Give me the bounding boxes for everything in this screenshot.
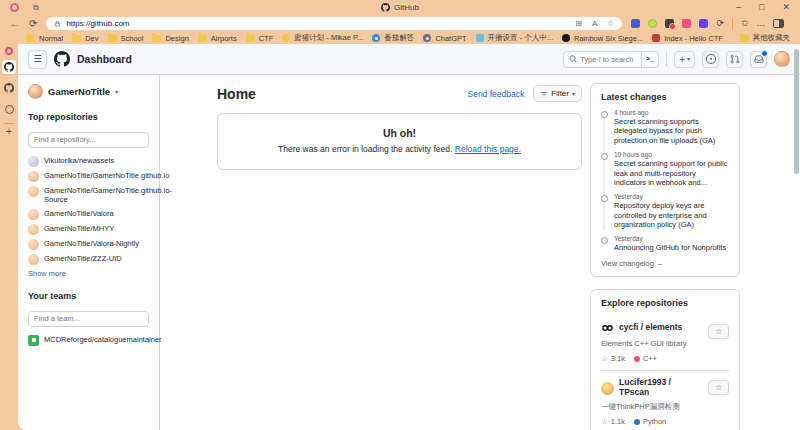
repo-link[interactable]: GamerNoTitle/Valora-Nightly <box>28 239 149 250</box>
bookmark-folder[interactable]: School <box>108 34 144 43</box>
split-screen-icon[interactable]: ⊞ <box>575 19 582 28</box>
folder-icon <box>26 35 35 42</box>
page-scrollbar[interactable] <box>794 49 799 174</box>
user-context-switcher[interactable]: GamerNoTitle ▾ <box>28 84 149 99</box>
extension-icon[interactable] <box>665 19 674 28</box>
repo-link[interactable]: GamerNoTitle/ZZZ-UID <box>28 254 149 265</box>
history-icon[interactable]: ⟳ <box>716 19 724 28</box>
address-bar[interactable]: https://github.com ⊞ A ☆ <box>46 17 622 30</box>
chevron-down-icon: ▾ <box>115 89 118 95</box>
issues-button[interactable] <box>702 51 719 68</box>
bookmark-folder[interactable]: Normal <box>26 34 63 43</box>
folder-icon <box>152 35 161 42</box>
favorite-star-icon[interactable]: ☆ <box>607 19 614 28</box>
back-button[interactable]: ← <box>10 19 20 29</box>
other-favorites-button[interactable]: 其他收藏夹 <box>740 33 791 43</box>
repo-link[interactable]: GamerNoTitle/Valora <box>28 209 149 220</box>
create-new-button[interactable]: +▾ <box>674 51 695 68</box>
star-count: 1.1k <box>611 417 625 426</box>
bookmark-item[interactable]: Rainbow Six Siege... <box>562 34 643 43</box>
changelog-time: Yesterday <box>614 193 729 200</box>
browser-toolbar: ← ⟳ https://github.com ⊞ A ☆ ⟳ ✩ … <box>0 15 800 32</box>
bookmark-item[interactable]: 开播设置 - 个人中... <box>476 33 553 43</box>
pull-requests-button[interactable] <box>726 51 743 68</box>
extension-icon[interactable] <box>631 19 640 28</box>
bookmark-item[interactable]: 蜜獾计划 - Mikae P... <box>282 33 363 43</box>
bookmark-item[interactable]: 番茄解答 <box>372 33 414 43</box>
active-tab-github[interactable] <box>2 60 16 74</box>
filter-button[interactable]: Filter ▾ <box>533 85 582 102</box>
reload-page-link[interactable]: Reload this page. <box>455 144 521 154</box>
repo-link[interactable]: GamerNoTitle/GamerNoTitle.github.io <box>28 171 149 182</box>
read-aloud-icon[interactable]: A <box>592 19 597 28</box>
bookmark-folder[interactable]: Airports <box>198 34 237 43</box>
changelog-link[interactable]: Repository deploy keys are controlled by… <box>614 201 729 229</box>
chevron-down-icon: ▾ <box>687 56 690 62</box>
repo-avatar <box>28 186 39 197</box>
repo-link[interactable]: Lucifer1993 / TPscan <box>619 378 703 398</box>
bookmark-item[interactable]: Index - Hello CTF <box>652 34 723 43</box>
view-changelog-link[interactable]: View changelog → <box>601 259 729 268</box>
repo-owner-avatar <box>601 322 614 335</box>
chevron-down-icon: ▾ <box>572 91 575 97</box>
site-favicon <box>423 34 431 42</box>
minimize-button[interactable]: – <box>736 3 741 12</box>
github-logo-icon[interactable] <box>54 51 70 67</box>
menu-ellipsis-icon[interactable]: … <box>756 19 765 28</box>
bookmark-folder[interactable]: CTF <box>246 34 274 43</box>
url-text[interactable]: https://github.com <box>66 19 129 28</box>
user-avatar[interactable] <box>774 51 790 67</box>
send-feedback-link[interactable]: Send feedback <box>467 89 524 99</box>
browser-essentials-icon[interactable]: ✩ <box>741 19 749 28</box>
repo-link[interactable]: cycfi / elements <box>619 323 682 333</box>
bookmark-folder[interactable]: Design <box>152 34 188 43</box>
inbox-button[interactable] <box>750 51 767 68</box>
workspace-icon[interactable] <box>10 3 19 12</box>
sidebar-toggle-icon[interactable] <box>773 19 784 28</box>
repo-link[interactable]: GamerNoTitle/MHYY <box>28 224 149 235</box>
extension-icon[interactable] <box>699 19 708 28</box>
language-dot <box>634 419 640 425</box>
browser-titlebar: ⧉ GitHub – □ ✕ <box>0 0 800 15</box>
show-more-link[interactable]: Show more <box>28 269 149 278</box>
maximize-button[interactable]: □ <box>759 3 764 12</box>
tab-actions-icon[interactable]: ⧉ <box>33 4 39 12</box>
changelog-time: 4 hours ago <box>614 109 729 116</box>
tab-divider <box>4 123 14 124</box>
star-icon: ☆ <box>601 354 608 363</box>
star-button[interactable]: ☆ <box>708 380 729 395</box>
star-button[interactable]: ☆ <box>708 324 729 339</box>
find-team-input[interactable] <box>28 311 149 327</box>
repo-link[interactable]: GamerNoTitle/GamerNoTitle.github.io-Sour… <box>28 186 149 206</box>
star-count: 3.1k <box>611 354 625 363</box>
site-favicon <box>476 34 484 42</box>
repo-avatar <box>28 239 39 250</box>
team-link[interactable]: MCDReforged/cataloguemaintainer <box>28 335 149 346</box>
changelog-link[interactable]: Announcing GitHub for Nonprofits <box>614 243 729 252</box>
copilot-chat-icon[interactable]: >_ <box>641 52 658 67</box>
pinned-tab-favicon[interactable] <box>5 47 13 55</box>
new-tab-button[interactable]: + <box>6 127 12 137</box>
breadcrumb[interactable]: Dashboard <box>77 53 132 65</box>
repo-link[interactable]: Vikutorika/newassets <box>28 156 149 167</box>
extension-icon[interactable] <box>648 19 657 28</box>
tab-github[interactable] <box>2 81 16 95</box>
hamburger-menu-button[interactable]: ☰ <box>28 50 47 69</box>
extension-icon[interactable] <box>682 19 691 28</box>
changelog-link[interactable]: Secret scanning support for public leak … <box>614 159 729 187</box>
close-button[interactable]: ✕ <box>782 3 790 12</box>
repo-avatar <box>28 209 39 220</box>
page-title: Home <box>217 86 256 102</box>
bookmark-folder[interactable]: Dev <box>72 34 98 43</box>
changelog-link[interactable]: Secret scanning supports delegated bypas… <box>614 117 729 145</box>
folder-icon <box>198 35 207 42</box>
bookmark-item[interactable]: ChatGPT <box>423 34 466 43</box>
refresh-button[interactable]: ⟳ <box>29 19 37 29</box>
timeline-dot-icon <box>601 111 608 118</box>
star-icon: ☆ <box>601 417 608 426</box>
search-input[interactable]: Type / to search >_ <box>563 51 659 68</box>
find-repository-input[interactable] <box>28 132 149 148</box>
timeline-dot-icon <box>601 237 608 244</box>
tab-other-site[interactable] <box>2 102 16 116</box>
github-favicon <box>4 83 14 93</box>
